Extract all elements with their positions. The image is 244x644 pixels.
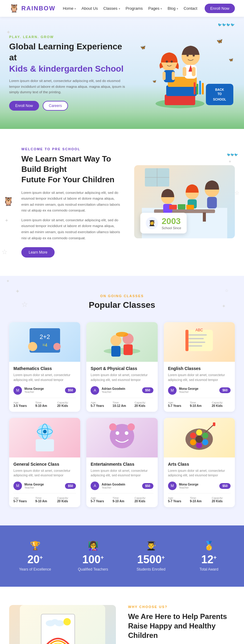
about-para2: Lorem ipsum dolor sit amet, consectetur …	[21, 217, 122, 241]
why-heading: We Are Here to Help Parents Raise Happy …	[128, 612, 235, 640]
star-deco-2: ✦	[73, 41, 77, 46]
stat-number: 100+	[67, 553, 119, 566]
star-deco-3: ☆	[15, 72, 21, 79]
svg-rect-19	[183, 67, 186, 76]
svg-point-79	[190, 439, 196, 445]
hero-description: Lorem ipsum dolor sit amet, consectetur …	[9, 78, 125, 95]
stat-number: 12+	[183, 553, 235, 566]
svg-text:=4: =4	[42, 343, 47, 347]
svg-rect-1	[165, 94, 195, 105]
svg-rect-7	[202, 83, 204, 94]
class-time: Time: 10-12 Am	[113, 401, 131, 407]
why-content: WHY CHOOSE US? We Are Here to Help Paren…	[128, 605, 235, 644]
since-label: School Since	[162, 226, 181, 230]
classes-section: ✦ ☆ ☆ ✦ ON GOING CLASSES Popular Classes…	[0, 276, 244, 525]
class-svg	[101, 418, 143, 457]
teacher-name: Mona George	[179, 483, 199, 486]
teacher-name: Mona George	[24, 483, 44, 486]
class-description: Lorem ipsum dolor sit amet, consectetur …	[168, 468, 231, 478]
learn-more-button[interactable]: Learn More	[21, 247, 55, 258]
star-deco-11: ☆	[21, 300, 28, 309]
class-image-math: 2+2 =4	[9, 322, 80, 362]
why-image-svg	[20, 605, 105, 644]
hero-careers-button[interactable]: Careers	[43, 101, 68, 111]
nav-pages[interactable]: Pages ▾	[148, 6, 162, 11]
class-svg: ABC	[178, 322, 221, 362]
hero-content: PLAY. LEARN. GROW Global Learning Experi…	[9, 35, 125, 111]
teacher-info: M Mona George Teacher	[168, 386, 199, 395]
stat-icon: 🥇	[183, 541, 235, 551]
class-age: Age: 5-7 Years	[13, 496, 32, 503]
stat-icon: 👨‍🎓	[125, 541, 177, 551]
stat-icon: 🏆	[9, 541, 61, 551]
nav-blog[interactable]: Blog ▾	[167, 6, 178, 11]
class-capacity: Capacity: 20 Kids	[135, 496, 153, 503]
star-deco-12: ✦	[222, 303, 226, 309]
svg-rect-57	[185, 330, 188, 351]
star-deco-5: ☆	[2, 248, 8, 256]
svg-point-90	[63, 618, 71, 625]
class-image-sport	[86, 322, 157, 362]
stat-item: 👨‍🎓 1500+ Students Enrolled	[125, 541, 177, 571]
why-section: WHY CHOOSE US? We Are Here to Help Paren…	[0, 587, 244, 644]
hero-enroll-button[interactable]: Enroll Now	[9, 101, 39, 111]
class-svg	[23, 418, 66, 457]
svg-text:🦋: 🦋	[229, 57, 233, 62]
stats-grid: 🏆 20+ Years of Excellence 👩‍🏫 100+ Quali…	[9, 541, 235, 571]
svg-rect-32	[203, 212, 206, 222]
class-capacity: Capacity: 20 Kids	[135, 401, 153, 407]
classes-section-tag: ON GOING CLASSES	[9, 294, 235, 298]
price-badge: $50	[142, 387, 153, 393]
class-card: Sport & Physical Class Lorem ipsum dolor…	[86, 322, 157, 412]
svg-rect-4	[194, 82, 196, 94]
stat-item: 🏆 20+ Years of Excellence	[9, 541, 61, 571]
svg-point-75	[196, 429, 202, 436]
svg-text:TO: TO	[217, 92, 222, 96]
class-time: Time: 9-10 Am	[35, 401, 54, 407]
teacher-role: Teacher	[102, 390, 125, 393]
teacher-avatar: M	[13, 386, 22, 395]
stat-label: Students Enrolled	[125, 567, 177, 571]
svg-point-49	[53, 343, 61, 350]
class-description: Lorem ipsum dolor sit amet, consectetur …	[168, 373, 231, 382]
hero-section: ✦ ✦ ☆ 🐦🐦🐦🐦 PLAY. LEARN. GROW Global Lear…	[0, 17, 244, 129]
price-badge: $50	[65, 483, 76, 489]
svg-rect-60	[188, 342, 205, 343]
nav-enroll-button[interactable]: Enroll Now	[205, 4, 235, 13]
since-icon: 👩‍🎓	[146, 217, 158, 229]
svg-rect-5	[196, 84, 198, 94]
class-age: Age: 5-7 Years	[168, 496, 187, 503]
svg-rect-54	[124, 344, 133, 355]
stat-item: 👩‍🏫 100+ Qualified Teachers	[67, 541, 119, 571]
nav-about[interactable]: About Us	[81, 6, 98, 11]
svg-point-50	[104, 348, 140, 354]
teacher-avatar: M	[13, 482, 22, 490]
svg-rect-58	[188, 334, 207, 336]
class-image-english: ABC	[164, 322, 235, 362]
svg-rect-59	[188, 338, 204, 339]
class-name: Arts Class	[168, 462, 231, 467]
class-name: Entertainments Class	[91, 462, 153, 467]
owl-deco: 🦉	[3, 196, 14, 206]
nav-home[interactable]: Home ▾	[63, 6, 76, 11]
svg-point-78	[196, 442, 202, 448]
svg-point-71	[109, 423, 117, 431]
svg-rect-12	[163, 72, 166, 80]
svg-rect-56	[185, 330, 213, 351]
nav-contact[interactable]: Contact	[184, 6, 197, 11]
teacher-avatar: A	[91, 482, 99, 490]
class-time: Time: 9-10 Am	[35, 496, 54, 503]
nav-classes[interactable]: Classes ▾	[103, 6, 120, 11]
teacher-name: Adrian Goodwin	[102, 387, 125, 390]
teacher-role: Teacher	[24, 390, 44, 393]
class-description: Lorem ipsum dolor sit amet, consectetur …	[13, 373, 76, 382]
teacher-avatar: A	[91, 386, 99, 395]
class-svg	[178, 418, 221, 457]
about-para1: Lorem ipsum dolor sit amet, consectetur …	[21, 190, 122, 214]
nav-programs[interactable]: Programs	[126, 6, 143, 11]
class-capacity: Capacity: 20 Kids	[57, 401, 76, 407]
about-image: ✦ ☆ 🐦🐦🐦	[134, 165, 235, 240]
birds-deco-2: 🐦🐦🐦	[227, 153, 238, 156]
price-badge: $60	[219, 387, 231, 393]
class-card: 2+2 =4 Mathematics Class Lorem ipsum dol…	[9, 322, 80, 412]
